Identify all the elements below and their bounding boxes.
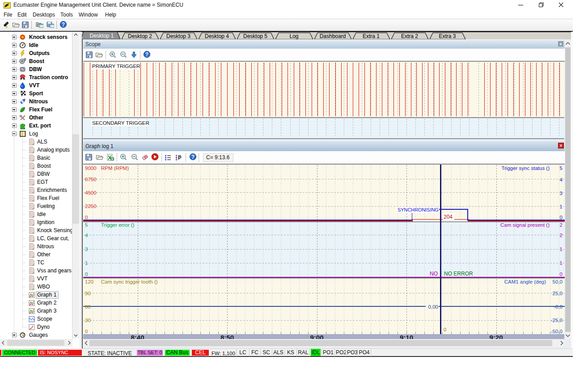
svg-text:?: ? bbox=[191, 154, 195, 160]
svg-text:Extra 3: Extra 3 bbox=[439, 33, 456, 39]
svg-text:Trigger sync status (): Trigger sync status () bbox=[501, 165, 550, 171]
svg-text:30: 30 bbox=[85, 318, 91, 323]
svg-text:204: 204 bbox=[444, 214, 453, 220]
svg-text:ALS: ALS bbox=[37, 139, 47, 145]
svg-text:1: 1 bbox=[560, 246, 563, 252]
svg-text:1: 1 bbox=[560, 260, 563, 266]
svg-text:Sport: Sport bbox=[29, 90, 43, 97]
svg-text:2: 2 bbox=[560, 233, 563, 238]
svg-text:0: 0 bbox=[560, 271, 563, 277]
svg-text:Vss and gears: Vss and gears bbox=[37, 267, 72, 274]
svg-text:Trigger error (): Trigger error () bbox=[101, 222, 134, 228]
svg-text:EGT: EGT bbox=[37, 179, 48, 185]
svg-text:Cam signal present (): Cam signal present () bbox=[500, 222, 550, 228]
svg-text:4: 4 bbox=[560, 177, 563, 182]
svg-text:NO: NO bbox=[430, 271, 438, 277]
svg-text:0: 0 bbox=[560, 215, 563, 220]
svg-text:50,0: 50,0 bbox=[553, 279, 563, 284]
svg-text:Graph 3: Graph 3 bbox=[37, 308, 57, 314]
svg-text:VVT: VVT bbox=[29, 82, 40, 89]
svg-text:Basic: Basic bbox=[37, 155, 50, 161]
svg-text:Dyno: Dyno bbox=[37, 324, 50, 330]
svg-text:Boost: Boost bbox=[29, 58, 44, 64]
svg-text:VVT: VVT bbox=[37, 276, 48, 282]
svg-text:Ignition: Ignition bbox=[37, 219, 55, 225]
svg-text:Scope: Scope bbox=[37, 316, 52, 322]
svg-text:Log: Log bbox=[289, 33, 298, 39]
svg-text:WBO: WBO bbox=[37, 284, 50, 290]
svg-text:0,00: 0,00 bbox=[428, 304, 438, 310]
svg-text:4: 4 bbox=[85, 233, 88, 238]
svg-text:9000: 9000 bbox=[85, 165, 97, 171]
svg-text:Extra 2: Extra 2 bbox=[401, 33, 418, 39]
svg-text:Graph 1: Graph 1 bbox=[37, 292, 57, 298]
svg-text:-50,0: -50,0 bbox=[551, 329, 563, 334]
svg-text:0: 0 bbox=[85, 271, 88, 277]
svg-text:60: 60 bbox=[85, 304, 91, 310]
svg-text:Desktop 2: Desktop 2 bbox=[128, 33, 152, 39]
svg-text:Knock Sensing: Knock Sensing bbox=[37, 227, 73, 233]
svg-text:Desktop 1: Desktop 1 bbox=[89, 33, 114, 39]
svg-text:Other: Other bbox=[29, 115, 43, 121]
svg-text:Gauges: Gauges bbox=[29, 332, 48, 338]
svg-text:DBW: DBW bbox=[37, 171, 50, 177]
svg-text:1: 1 bbox=[560, 204, 563, 209]
svg-text:Analog inputs: Analog inputs bbox=[37, 147, 70, 153]
svg-text:Nitrous: Nitrous bbox=[29, 98, 48, 105]
svg-text:-25,0: -25,0 bbox=[551, 318, 563, 323]
svg-text:3: 3 bbox=[85, 246, 88, 252]
svg-text:5: 5 bbox=[560, 165, 563, 171]
svg-text:CAM1 angle (deg): CAM1 angle (deg) bbox=[504, 279, 546, 284]
svg-text:SYNCHRONISING: SYNCHRONISING bbox=[398, 207, 439, 212]
svg-text:0: 0 bbox=[444, 327, 446, 332]
svg-text:120: 120 bbox=[85, 279, 93, 284]
svg-text:Traction contro: Traction contro bbox=[29, 74, 68, 81]
svg-text:Idle: Idle bbox=[29, 42, 38, 48]
svg-text:Enrichments: Enrichments bbox=[37, 187, 67, 193]
svg-text:0: 0 bbox=[85, 215, 88, 220]
svg-text:?: ? bbox=[62, 21, 65, 28]
svg-text:?: ? bbox=[145, 51, 148, 58]
svg-text:90: 90 bbox=[85, 291, 91, 296]
svg-text:Ext. port: Ext. port bbox=[29, 123, 51, 129]
svg-text:5: 5 bbox=[85, 222, 88, 228]
svg-text:Knock sensors: Knock sensors bbox=[29, 34, 68, 40]
svg-text:3: 3 bbox=[560, 191, 563, 196]
svg-text:Outputs: Outputs bbox=[29, 50, 50, 56]
svg-text:Extra 1: Extra 1 bbox=[363, 33, 380, 39]
svg-text:2250: 2250 bbox=[85, 204, 97, 209]
svg-text:RPM (RPM): RPM (RPM) bbox=[101, 165, 129, 171]
svg-text:Cam sync trigger tooth (): Cam sync trigger tooth () bbox=[101, 279, 158, 284]
svg-text:Flex Fuel: Flex Fuel bbox=[37, 195, 59, 201]
svg-text:PRIMARY TRIGGER: PRIMARY TRIGGER bbox=[92, 64, 140, 69]
svg-text:1: 1 bbox=[85, 260, 88, 266]
svg-text:TC: TC bbox=[37, 259, 44, 266]
svg-text:SECONDARY TRIGGER: SECONDARY TRIGGER bbox=[92, 120, 149, 126]
svg-text:25,0: 25,0 bbox=[553, 291, 563, 296]
svg-text:2: 2 bbox=[560, 222, 563, 228]
svg-text:Other: Other bbox=[37, 251, 51, 258]
svg-text:Idle: Idle bbox=[37, 211, 46, 217]
svg-text:Fueling: Fueling bbox=[37, 203, 55, 209]
svg-text:-0,0: -0,0 bbox=[554, 304, 563, 310]
svg-text:DBW: DBW bbox=[29, 66, 42, 72]
svg-text:Nitrous: Nitrous bbox=[37, 243, 54, 250]
svg-text:4500: 4500 bbox=[85, 190, 97, 195]
svg-text:Flex Fuel: Flex Fuel bbox=[29, 106, 52, 113]
svg-text:Desktop 4: Desktop 4 bbox=[205, 33, 229, 39]
svg-text:Dashboard: Dashboard bbox=[320, 33, 346, 39]
svg-text:Desktop 3: Desktop 3 bbox=[166, 33, 190, 39]
svg-text:LC, Gear cut,: LC, Gear cut, bbox=[37, 235, 69, 242]
svg-text:Graph 2: Graph 2 bbox=[37, 300, 57, 306]
svg-text:6750: 6750 bbox=[85, 177, 97, 182]
svg-text:Boost: Boost bbox=[37, 163, 51, 169]
svg-text:Desktop 5: Desktop 5 bbox=[243, 33, 267, 39]
svg-text:Log: Log bbox=[29, 131, 38, 137]
svg-text:0: 0 bbox=[85, 329, 88, 334]
svg-text:NO ERROR: NO ERROR bbox=[444, 271, 473, 277]
